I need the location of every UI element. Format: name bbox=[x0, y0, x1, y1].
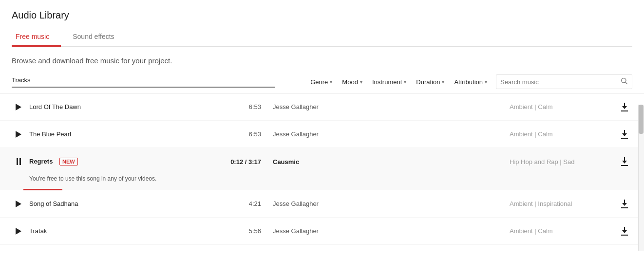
track-duration: 5:56 bbox=[224, 227, 273, 235]
header: Audio Library Free music Sound effects bbox=[0, 0, 644, 47]
track-artist: Causmic bbox=[273, 158, 351, 165]
tabs: Free music Sound effects bbox=[12, 27, 632, 47]
track-name: The Blue Pearl bbox=[29, 130, 224, 138]
progress-bar bbox=[23, 189, 62, 190]
download-icon bbox=[621, 103, 628, 111]
track-genre: Hip Hop and Rap | Sad bbox=[510, 158, 617, 165]
pause-icon bbox=[17, 158, 21, 165]
track-free-to-use: You're free to use this song in any of y… bbox=[12, 175, 632, 189]
mood-filter[interactable]: Mood ▾ bbox=[337, 76, 367, 88]
track-artist: Jesse Gallagher bbox=[273, 130, 351, 138]
attribution-chevron-icon: ▾ bbox=[485, 79, 487, 85]
play-icon bbox=[16, 104, 21, 110]
table-row: Lord Of The Dawn 6:53 Jesse Gallagher Am… bbox=[0, 93, 644, 121]
duration-filter[interactable]: Duration ▾ bbox=[411, 76, 449, 88]
track-name: Regrets NEW bbox=[29, 158, 224, 166]
genre-filter[interactable]: Genre ▾ bbox=[305, 76, 337, 88]
search-box bbox=[496, 74, 632, 89]
subtitle: Browse and download free music for your … bbox=[0, 47, 644, 71]
track-row-main: Regrets NEW 0:12 / 3:17 Causmic Hip Hop … bbox=[12, 148, 632, 175]
play-button[interactable] bbox=[12, 224, 25, 238]
track-duration: 6:53 bbox=[224, 103, 273, 110]
svg-line-1 bbox=[625, 82, 627, 84]
track-duration: 4:21 bbox=[224, 200, 273, 207]
play-button[interactable] bbox=[12, 128, 25, 141]
play-icon bbox=[16, 131, 21, 138]
scrollbar[interactable] bbox=[638, 105, 644, 251]
table-row: The Blue Pearl 6:53 Jesse Gallagher Ambi… bbox=[0, 121, 644, 148]
download-icon bbox=[621, 200, 628, 208]
tab-sound-effects[interactable]: Sound effects bbox=[61, 27, 126, 46]
instrument-chevron-icon: ▾ bbox=[404, 79, 406, 85]
download-button[interactable] bbox=[617, 99, 632, 115]
play-button[interactable] bbox=[12, 197, 25, 211]
tab-free-music[interactable]: Free music bbox=[12, 27, 61, 46]
play-button[interactable] bbox=[12, 100, 25, 114]
track-name: Tratak bbox=[29, 227, 224, 235]
mood-chevron-icon: ▾ bbox=[360, 79, 362, 85]
track-duration: 0:12 / 3:17 bbox=[224, 158, 273, 165]
table-row: Song of Sadhana 4:21 Jesse Gallagher Amb… bbox=[0, 190, 644, 218]
scrollbar-thumb[interactable] bbox=[639, 105, 644, 134]
instrument-filter[interactable]: Instrument ▾ bbox=[367, 76, 411, 88]
search-input[interactable] bbox=[500, 78, 620, 86]
track-genre: Ambient | Calm bbox=[510, 130, 617, 138]
download-button[interactable] bbox=[617, 196, 632, 212]
download-button[interactable] bbox=[617, 154, 632, 169]
track-artist: Jesse Gallagher bbox=[273, 227, 351, 235]
track-artist: Jesse Gallagher bbox=[273, 200, 351, 207]
track-genre: Ambient | Inspirational bbox=[510, 200, 617, 207]
table-row: Regrets NEW 0:12 / 3:17 Causmic Hip Hop … bbox=[0, 148, 644, 190]
download-button[interactable] bbox=[617, 223, 632, 239]
new-badge: NEW bbox=[59, 158, 78, 165]
download-button[interactable] bbox=[617, 127, 632, 142]
genre-chevron-icon: ▾ bbox=[330, 79, 332, 85]
search-icon bbox=[620, 77, 628, 87]
attribution-filter[interactable]: Attribution ▾ bbox=[449, 76, 492, 88]
tracks-label: Tracks bbox=[12, 76, 275, 88]
table-row: Tratak 5:56 Jesse Gallagher Ambient | Ca… bbox=[0, 218, 644, 245]
play-icon bbox=[16, 228, 21, 235]
download-icon bbox=[621, 227, 628, 236]
track-genre: Ambient | Calm bbox=[510, 103, 617, 110]
app-container: Audio Library Free music Sound effects B… bbox=[0, 0, 644, 257]
pause-button[interactable] bbox=[12, 155, 25, 168]
track-duration: 6:53 bbox=[224, 130, 273, 138]
track-genre: Ambient | Calm bbox=[510, 227, 617, 235]
track-name: Lord Of The Dawn bbox=[29, 103, 224, 110]
svg-point-0 bbox=[622, 78, 626, 83]
download-icon bbox=[621, 157, 628, 166]
track-artist: Jesse Gallagher bbox=[273, 103, 351, 110]
track-name: Song of Sadhana bbox=[29, 200, 224, 207]
app-title: Audio Library bbox=[12, 10, 632, 21]
filter-bar: Tracks Genre ▾ Mood ▾ Instrument ▾ Durat… bbox=[0, 71, 644, 93]
download-icon bbox=[621, 130, 628, 139]
duration-chevron-icon: ▾ bbox=[442, 79, 444, 85]
track-list: Lord Of The Dawn 6:53 Jesse Gallagher Am… bbox=[0, 93, 644, 245]
play-icon bbox=[16, 201, 21, 207]
